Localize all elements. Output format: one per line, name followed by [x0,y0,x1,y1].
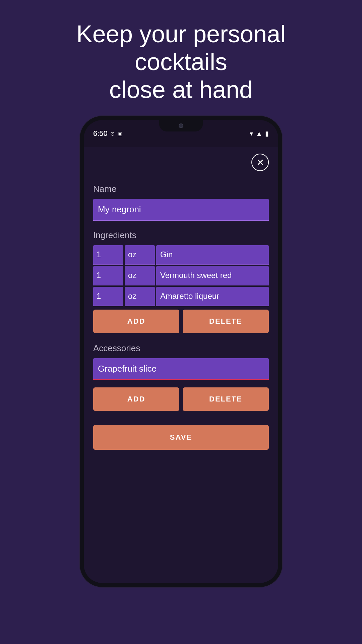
ingredient-row-3 [93,287,269,306]
name-input[interactable] [93,199,269,221]
ingredient-btn-row: ADD DELETE [93,310,269,333]
headline-line3: close at hand [109,76,253,103]
ing-unit-2[interactable] [125,266,155,285]
accessories-section: Accessories ADD DELETE [93,343,269,411]
icon1: ⊙ [110,130,115,137]
ingredients-section: Ingredients ADD DELETE [93,230,269,333]
signal-icon: ▲ [256,130,262,138]
headline-line1: Keep your personal [76,20,286,47]
ing-qty-1[interactable] [93,245,123,265]
add-ingredient-button[interactable]: ADD [93,310,179,333]
ing-unit-3[interactable] [125,287,155,306]
close-icon: ✕ [256,157,264,168]
ing-qty-2[interactable] [93,266,123,285]
status-icons-left: 6:50 ⊙ ▣ [93,129,122,138]
ing-name-2[interactable] [156,266,269,285]
add-accessory-button[interactable]: ADD [93,387,179,411]
headline-line2: cocktails [135,48,227,75]
camera [179,123,183,128]
icon2: ▣ [117,130,122,137]
wifi-icon: ▾ [250,129,253,138]
headline: Keep your personal cocktails close at ha… [56,20,306,103]
notch [159,120,203,131]
ing-unit-1[interactable] [125,245,155,265]
delete-ingredient-button[interactable]: DELETE [183,310,269,333]
app-content: ✕ Name Ingredients [84,147,278,583]
time-display: 6:50 [93,129,108,138]
ingredient-row-2 [93,266,269,285]
ing-name-3[interactable] [156,287,269,306]
status-bar: 6:50 6:50 ⊙ ▣ ▾ ▲ ▮ [84,120,278,147]
delete-accessory-button[interactable]: DELETE [183,387,269,411]
name-label: Name [93,184,269,194]
ingredient-row-1 [93,245,269,265]
name-section: Name [93,184,269,230]
accessories-label: Accessories [93,343,269,354]
close-button[interactable]: ✕ [251,154,269,171]
ing-name-1[interactable] [156,245,269,265]
phone-frame: 6:50 6:50 ⊙ ▣ ▾ ▲ ▮ ✕ Name Ingred [84,120,278,583]
battery-icon: ▮ [265,129,269,138]
status-icons-right: ▾ ▲ ▮ [250,129,269,138]
ing-qty-3[interactable] [93,287,123,306]
accessory-input[interactable] [93,358,269,380]
ingredients-label: Ingredients [93,230,269,240]
accessory-btn-row: ADD DELETE [93,387,269,411]
save-button[interactable]: SAVE [93,425,269,450]
